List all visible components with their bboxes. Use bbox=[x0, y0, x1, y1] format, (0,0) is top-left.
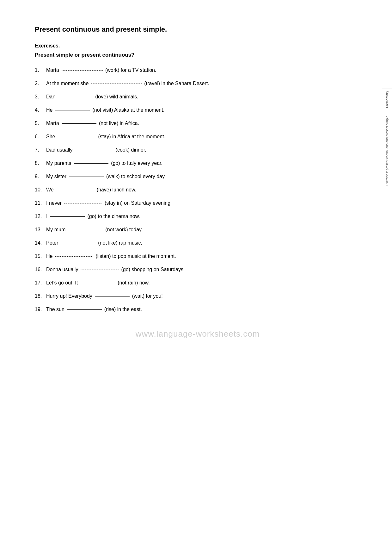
exercise-item: 14.Peter(not like) rap music. bbox=[35, 239, 360, 247]
exercise-item: 19.The sun(rise) in the east. bbox=[35, 306, 360, 313]
exercise-hint: (not visit) Alaska at the moment. bbox=[92, 106, 164, 114]
exercise-before-text: Peter bbox=[46, 239, 58, 247]
exercise-hint: (not live) in Africa. bbox=[99, 120, 139, 127]
exercise-hint: (not rain) now. bbox=[118, 279, 150, 287]
exercise-before-text: Let’s go out. It bbox=[46, 279, 78, 287]
exercise-blank bbox=[81, 270, 119, 270]
exercise-item: 13.My mum(not work) today. bbox=[35, 226, 360, 234]
exercise-before-text: My parents bbox=[46, 159, 71, 167]
exercise-number: 9. bbox=[35, 173, 45, 180]
exercise-number: 19. bbox=[35, 306, 45, 313]
exercise-number: 7. bbox=[35, 146, 45, 154]
exercise-blank bbox=[68, 230, 103, 230]
exercise-item: 4.He(not visit) Alaska at the moment. bbox=[35, 106, 360, 114]
exercise-hint: (go) to the cinema now. bbox=[87, 213, 140, 220]
side-label: Elementary Exercises: present continuous… bbox=[382, 89, 392, 517]
exercise-before-text: I never bbox=[46, 199, 62, 207]
exercise-blank bbox=[55, 256, 93, 257]
side-label-separator bbox=[384, 112, 390, 112]
exercise-hint: (walk) to school every day. bbox=[106, 173, 166, 180]
exercise-before-text: He bbox=[46, 253, 52, 260]
exercise-before-text: She bbox=[46, 133, 55, 140]
exercise-list: 1.María(work) for a TV station.2.At the … bbox=[35, 66, 360, 313]
exercise-number: 6. bbox=[35, 133, 45, 140]
exercise-item: 5.Marta(not live) in Africa. bbox=[35, 120, 360, 127]
exercise-before-text: My mum bbox=[46, 226, 65, 234]
exercise-item: 12.I(go) to the cinema now. bbox=[35, 213, 360, 220]
exercise-item: 10.We(have) lunch now. bbox=[35, 186, 360, 194]
exercise-blank bbox=[69, 177, 104, 177]
exercise-number: 17. bbox=[35, 279, 45, 287]
exercise-item: 17.Let’s go out. It(not rain) now. bbox=[35, 279, 360, 287]
exercise-blank bbox=[62, 70, 103, 71]
exercise-blank bbox=[80, 283, 115, 283]
exercise-blank bbox=[56, 190, 94, 190]
exercise-number: 1. bbox=[35, 66, 45, 74]
exercise-blank bbox=[95, 296, 130, 296]
side-label-top: Elementary bbox=[385, 91, 389, 108]
exercise-blank bbox=[50, 216, 85, 217]
exercise-hint: (rise) in the east. bbox=[104, 306, 142, 313]
exercise-number: 3. bbox=[35, 93, 45, 101]
exercise-number: 16. bbox=[35, 266, 45, 273]
exercise-blank bbox=[64, 203, 102, 203]
exercise-hint: (go) shopping on Saturdays. bbox=[121, 266, 185, 273]
exercise-before-text: He bbox=[46, 106, 52, 114]
exercise-blank bbox=[67, 309, 102, 310]
exercise-item: 6.She(stay) in Africa at the moment. bbox=[35, 133, 360, 140]
exercise-number: 15. bbox=[35, 253, 45, 260]
exercise-item: 7.Dad usually(cook) dinner. bbox=[35, 146, 360, 154]
exercise-before-text: We bbox=[46, 186, 54, 194]
exercise-hint: (work) for a TV station. bbox=[105, 66, 156, 74]
exercise-before-text: Hurry up! Everybody bbox=[46, 292, 92, 300]
exercise-item: 8.My parents(go) to Italy every year. bbox=[35, 159, 360, 167]
exercise-number: 18. bbox=[35, 292, 45, 300]
exercise-item: 3.Dan(love) wild animals. bbox=[35, 93, 360, 101]
exercise-before-text: Donna usually bbox=[46, 266, 78, 273]
website-footer: www.language-worksheets.com bbox=[35, 329, 360, 339]
exercise-before-text: At the moment she bbox=[46, 80, 89, 87]
exercise-item: 2.At the moment she(travel) in the Sahar… bbox=[35, 80, 360, 87]
exercise-before-text: Dan bbox=[46, 93, 55, 101]
exercise-blank bbox=[74, 163, 108, 164]
exercise-item: 18.Hurry up! Everybody(wait) for you! bbox=[35, 292, 360, 300]
exercise-item: 11.I never(stay in) on Saturday evening. bbox=[35, 199, 360, 207]
exercise-item: 9.My sister(walk) to school every day. bbox=[35, 173, 360, 180]
exercise-number: 10. bbox=[35, 186, 45, 194]
exercises-label: Exercises. bbox=[35, 43, 360, 49]
exercise-number: 12. bbox=[35, 213, 45, 220]
exercise-before-text: I bbox=[46, 213, 47, 220]
exercise-number: 11. bbox=[35, 199, 45, 207]
exercise-item: 15.He(listen) to pop music at the moment… bbox=[35, 253, 360, 260]
exercise-blank bbox=[62, 123, 96, 124]
exercise-hint: (not work) today. bbox=[105, 226, 143, 234]
exercise-hint: (cook) dinner. bbox=[116, 146, 146, 154]
exercise-blank bbox=[91, 84, 142, 84]
exercise-before-text: Marta bbox=[46, 120, 59, 127]
section-title: Present simple or present continuous? bbox=[35, 52, 360, 58]
exercise-number: 5. bbox=[35, 120, 45, 127]
exercise-hint: (wait) for you! bbox=[132, 292, 163, 300]
exercise-blank bbox=[75, 150, 113, 150]
exercise-before-text: The sun bbox=[46, 306, 64, 313]
exercise-blank bbox=[55, 110, 90, 110]
exercise-blank bbox=[58, 97, 93, 97]
exercise-item: 1.María(work) for a TV station. bbox=[35, 66, 360, 74]
exercise-before-text: My sister bbox=[46, 173, 66, 180]
exercise-blank bbox=[61, 243, 95, 243]
exercise-hint: (stay) in Africa at the moment. bbox=[98, 133, 165, 140]
exercise-hint: (stay in) on Saturday evening. bbox=[105, 199, 172, 207]
exercise-hint: (go) to Italy every year. bbox=[111, 159, 162, 167]
exercise-number: 4. bbox=[35, 106, 45, 114]
page-title: Present continuous and present simple. bbox=[35, 25, 360, 34]
exercise-hint: (have) lunch now. bbox=[97, 186, 136, 194]
page-wrapper: Present continuous and present simple. E… bbox=[0, 0, 392, 555]
exercise-hint: (love) wild animals. bbox=[95, 93, 138, 101]
side-label-bottom: Exercises: present continuous and presen… bbox=[385, 116, 389, 186]
exercise-number: 8. bbox=[35, 159, 45, 167]
exercise-before-text: María bbox=[46, 66, 59, 74]
exercise-number: 13. bbox=[35, 226, 45, 234]
exercise-hint: (not like) rap music. bbox=[98, 239, 142, 247]
exercise-blank bbox=[58, 137, 95, 137]
exercise-number: 14. bbox=[35, 239, 45, 247]
